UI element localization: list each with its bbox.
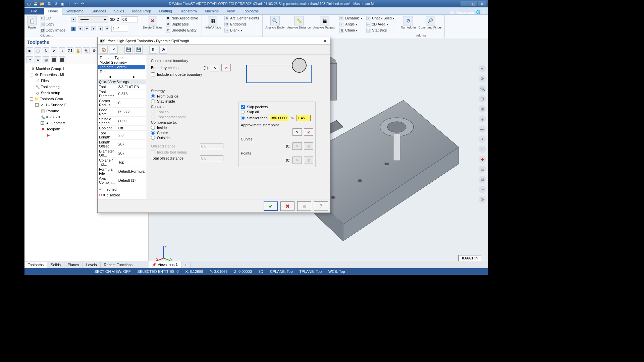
skip-all-radio[interactable] xyxy=(241,110,245,114)
dialog-ok-button[interactable]: ✔ xyxy=(264,201,278,211)
command-finder-button[interactable]: 🔎Command Finder xyxy=(418,15,443,30)
inside-radio[interactable] xyxy=(151,126,155,130)
vp-layers-icon[interactable]: ▤ xyxy=(479,166,486,173)
vp-iso-icon[interactable]: ◈ xyxy=(479,115,486,123)
pt-select-all-icon[interactable]: ⬚ xyxy=(35,47,41,54)
close-button[interactable]: ✕ xyxy=(478,1,486,6)
approx-clear-button[interactable]: ⊘ xyxy=(304,128,313,136)
tab-home[interactable]: Home xyxy=(44,7,62,15)
vp-rotate-icon[interactable]: ⟳ xyxy=(479,75,486,82)
blank-button[interactable]: ▱Blank▾ xyxy=(223,27,260,33)
pt-ghost-icon[interactable]: 👻 xyxy=(83,47,90,54)
tab-machine[interactable]: Machine xyxy=(201,8,223,14)
run-addin-button[interactable]: ⚙Run Add-In xyxy=(400,15,417,30)
pt2-d-icon[interactable]: ⬛ xyxy=(51,56,57,63)
tab-surfaces[interactable]: Surfaces xyxy=(88,8,110,14)
vp-shade-icon[interactable]: ● xyxy=(479,135,486,143)
check-solid-button[interactable]: ✔Check Solid▾ xyxy=(365,15,396,21)
my-mastercam[interactable]: My Mastercam 🌐 ▾ xyxy=(450,10,485,14)
center-radio[interactable] xyxy=(151,131,155,135)
arc-center-button[interactable]: ⊕Arc Center Points xyxy=(223,15,260,21)
dialog-close-button[interactable]: ✕ xyxy=(322,39,328,43)
delete-entities-button[interactable]: ✖ Delete Entities xyxy=(142,15,163,30)
attr3-icon[interactable]: ▾ xyxy=(85,26,89,31)
pt2-e-icon[interactable]: ⬛ xyxy=(59,56,65,63)
expander-icon[interactable]: - xyxy=(30,73,33,76)
hide-button[interactable]: ▦ Hide/Unhide xyxy=(204,15,222,30)
nav-scroll-right-icon[interactable]: ▶ xyxy=(122,75,146,79)
pt-post-icon[interactable]: G1 xyxy=(67,47,73,54)
ratio-input[interactable] xyxy=(111,26,128,32)
dialog-cancel-button[interactable]: ✖ xyxy=(280,201,294,211)
sb-mode[interactable]: 3D xyxy=(259,269,263,274)
open-icon[interactable]: 📂 xyxy=(40,1,45,6)
attr2-icon[interactable]: ▾ xyxy=(78,26,83,31)
nonassoc-button[interactable]: ✖Non-Associative xyxy=(164,15,199,21)
from-outside-radio[interactable] xyxy=(151,94,155,98)
sb-section-view[interactable]: SECTION VIEW: OFF xyxy=(95,269,131,274)
copy-button[interactable]: ⎘Copy xyxy=(39,21,67,27)
mode-3d[interactable]: 3D xyxy=(110,17,115,21)
dynamic-button[interactable]: ⟳Dynamic▾ xyxy=(338,15,364,21)
vp-grid-icon[interactable]: ▦ xyxy=(479,176,486,183)
btab-solids[interactable]: Solids xyxy=(47,262,64,268)
copyimage-button[interactable]: 🖼Copy Image xyxy=(39,27,67,33)
nav-toolpath-control[interactable]: Toolpath Control xyxy=(98,65,145,69)
pt2-a-icon[interactable]: ≈ xyxy=(26,56,33,63)
dlg-save-icon[interactable]: 💾 xyxy=(124,46,132,54)
area-2d-button[interactable]: ▭2D Area▾ xyxy=(365,21,396,27)
tab-wireframe[interactable]: Wireframe xyxy=(62,8,88,14)
new-icon[interactable]: ▢ xyxy=(26,1,31,6)
cut-button[interactable]: ✂Cut xyxy=(39,15,67,21)
nav-scroll-left-icon[interactable]: ◀ xyxy=(98,75,122,79)
vp-wire-icon[interactable]: ○ xyxy=(479,145,486,153)
analyze-toolpath-button[interactable]: 🛤Analyze Toolpath xyxy=(313,15,337,30)
btab-levels[interactable]: Levels xyxy=(83,262,101,268)
btab-recent[interactable]: Recent Functions xyxy=(101,262,137,268)
statistics-button[interactable]: 📊Statistics xyxy=(365,27,396,33)
btab-viewsheet1[interactable]: 📌 Viewsheet 1 xyxy=(149,261,181,268)
tab-file[interactable]: File xyxy=(24,8,44,14)
skip-pockets-checkbox[interactable] xyxy=(241,105,245,109)
line-style-select[interactable]: ━━━━ xyxy=(78,16,108,22)
vp-stock-icon[interactable]: ◆ xyxy=(479,156,486,163)
chains-select-button[interactable]: ↖ xyxy=(210,64,219,71)
tab-view[interactable]: View xyxy=(223,8,239,14)
silhouette-checkbox[interactable] xyxy=(151,72,155,76)
expander-icon[interactable]: + xyxy=(41,121,44,125)
tab-toolpaths[interactable]: Toolpaths xyxy=(239,8,263,14)
print-icon[interactable]: 🖶 xyxy=(47,1,51,6)
chain-button[interactable]: ⛓Chain▾ xyxy=(338,27,364,33)
smaller-than-pct-input[interactable] xyxy=(270,115,289,121)
tab-solids[interactable]: Solids xyxy=(110,8,128,14)
vp-no-icon[interactable]: ⊘ xyxy=(479,196,486,203)
nav-model-geometry[interactable]: Model Geometry xyxy=(98,60,145,65)
dlg-save-default-icon[interactable]: 💾 xyxy=(135,46,143,54)
tab-drafting[interactable]: Drafting xyxy=(155,8,176,14)
maximize-button[interactable]: ▢ xyxy=(469,1,477,6)
chains-clear-button[interactable]: ⊘ xyxy=(221,64,231,71)
duplicates-button[interactable]: ⧉Duplicates xyxy=(164,21,199,27)
undo-icon[interactable]: ↶ xyxy=(73,1,78,6)
z-input[interactable] xyxy=(121,16,138,22)
pt-lock-icon[interactable]: 🔒 xyxy=(75,47,82,54)
approx-select-button[interactable]: ↖ xyxy=(292,128,302,136)
redo-icon[interactable]: ↷ xyxy=(80,1,85,6)
dialog-nav-tree[interactable]: Toolpath Type Model Geometry Toolpath Co… xyxy=(98,55,146,75)
color-icon[interactable]: ▾ xyxy=(71,26,76,31)
dlg-home-icon[interactable]: 🏠 xyxy=(100,46,108,54)
btab-toolpaths[interactable]: Toolpaths xyxy=(24,262,47,268)
endpoints-button[interactable]: ⊡Endpoints xyxy=(223,21,260,27)
point-style-icon[interactable]: ✦ xyxy=(71,17,76,22)
btab-planes[interactable]: Planes xyxy=(64,262,83,268)
sb-cplane[interactable]: CPLANE: Top xyxy=(270,269,293,274)
undelete-button[interactable]: ↶Undelete Entity xyxy=(164,27,199,33)
dlg-disable-icon[interactable]: ⊘ xyxy=(159,46,167,54)
nav-scroll[interactable]: ◀▶ xyxy=(98,75,146,79)
save-all-icon[interactable]: ⎙ xyxy=(53,1,58,6)
smaller-than-dia-input[interactable] xyxy=(297,115,311,121)
btab-add-viewsheet[interactable]: + xyxy=(181,262,191,268)
sb-tplane[interactable]: TPLANE: Top xyxy=(300,269,322,274)
attr6-icon[interactable]: ▾ xyxy=(105,26,109,31)
attr4-icon[interactable]: ▾ xyxy=(91,26,96,31)
